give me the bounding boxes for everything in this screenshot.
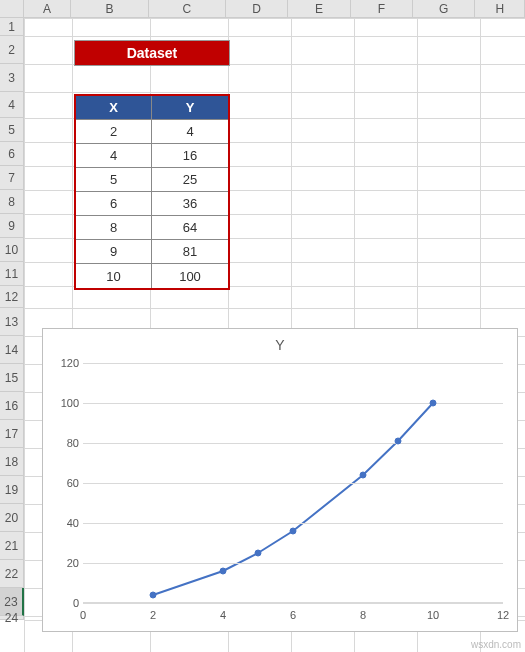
row-header[interactable]: 5 [0, 118, 24, 142]
table-row: 6 36 [76, 192, 228, 216]
row-header[interactable]: 12 [0, 286, 24, 308]
dataset-banner: Dataset [74, 40, 230, 66]
table-cell-x[interactable]: 2 [76, 120, 152, 144]
chart-marker [255, 550, 262, 557]
column-header-row: ABCDEFGH [0, 0, 525, 18]
row-header[interactable]: 18 [0, 448, 24, 476]
table-cell-y[interactable]: 36 [152, 192, 228, 216]
column-header[interactable]: H [475, 0, 525, 17]
table-header-y: Y [152, 96, 228, 120]
table-cell-x[interactable]: 5 [76, 168, 152, 192]
row-header[interactable]: 6 [0, 142, 24, 166]
row-header[interactable]: 24 [0, 616, 24, 620]
chart-marker [220, 568, 227, 575]
chart-x-tick: 6 [290, 609, 296, 621]
row-header[interactable]: 8 [0, 190, 24, 214]
row-header[interactable]: 22 [0, 560, 24, 588]
table-header-x: X [76, 96, 152, 120]
column-header[interactable]: F [351, 0, 413, 17]
chart-marker [360, 472, 367, 479]
row-header[interactable]: 11 [0, 262, 24, 286]
chart[interactable]: Y 020406080100120024681012 [42, 328, 518, 632]
row-header[interactable]: 17 [0, 420, 24, 448]
row-header[interactable]: 19 [0, 476, 24, 504]
table-cell-y[interactable]: 81 [152, 240, 228, 264]
chart-marker [290, 528, 297, 535]
table-cell-y[interactable]: 100 [152, 264, 228, 288]
chart-marker [395, 438, 402, 445]
row-header[interactable]: 16 [0, 392, 24, 420]
row-header[interactable]: 14 [0, 336, 24, 364]
table-cell-x[interactable]: 9 [76, 240, 152, 264]
table-cell-x[interactable]: 6 [76, 192, 152, 216]
row-header[interactable]: 13 [0, 308, 24, 336]
chart-plot-area: 020406080100120024681012 [83, 363, 503, 603]
row-header[interactable]: 9 [0, 214, 24, 238]
chart-y-tick: 0 [49, 597, 79, 609]
table-cell-y[interactable]: 64 [152, 216, 228, 240]
table-cell-y[interactable]: 4 [152, 120, 228, 144]
row-header[interactable]: 1 [0, 18, 24, 36]
dataset-banner-label: Dataset [127, 45, 178, 61]
cell-grid[interactable]: Dataset X Y 2 4 4 16 5 25 [24, 18, 525, 652]
row-header[interactable]: 21 [0, 532, 24, 560]
row-header[interactable]: 2 [0, 36, 24, 64]
chart-y-tick: 120 [49, 357, 79, 369]
chart-y-tick: 20 [49, 557, 79, 569]
chart-x-tick: 10 [427, 609, 439, 621]
chart-y-tick: 100 [49, 397, 79, 409]
row-header[interactable]: 20 [0, 504, 24, 532]
table-row: 10 100 [76, 264, 228, 288]
table-cell-y[interactable]: 25 [152, 168, 228, 192]
watermark: wsxdn.com [471, 639, 521, 650]
table-cell-y[interactable]: 16 [152, 144, 228, 168]
table-cell-x[interactable]: 8 [76, 216, 152, 240]
chart-title: Y [43, 329, 517, 357]
column-header[interactable]: A [24, 0, 72, 17]
column-header[interactable]: D [226, 0, 288, 17]
chart-marker [150, 592, 157, 599]
chart-y-tick: 80 [49, 437, 79, 449]
chart-x-tick: 12 [497, 609, 509, 621]
data-table: X Y 2 4 4 16 5 25 6 36 [74, 94, 230, 290]
table-header-row: X Y [76, 96, 228, 120]
column-header[interactable]: B [71, 0, 148, 17]
column-header[interactable]: G [413, 0, 475, 17]
chart-x-tick: 4 [220, 609, 226, 621]
row-header[interactable]: 7 [0, 166, 24, 190]
table-row: 2 4 [76, 120, 228, 144]
column-header[interactable]: C [149, 0, 226, 17]
chart-marker [430, 400, 437, 407]
table-cell-x[interactable]: 10 [76, 264, 152, 288]
table-row: 4 16 [76, 144, 228, 168]
select-all-corner[interactable] [0, 0, 24, 17]
row-header[interactable]: 4 [0, 92, 24, 118]
chart-y-tick: 40 [49, 517, 79, 529]
table-row: 8 64 [76, 216, 228, 240]
chart-y-tick: 60 [49, 477, 79, 489]
row-header[interactable]: 10 [0, 238, 24, 262]
table-cell-x[interactable]: 4 [76, 144, 152, 168]
spreadsheet: ABCDEFGH 1234567891011121314151617181920… [0, 0, 525, 652]
row-header[interactable]: 15 [0, 364, 24, 392]
chart-x-tick: 8 [360, 609, 366, 621]
chart-x-tick: 0 [80, 609, 86, 621]
row-header-strip: 123456789101112131415161718192021222324 [0, 18, 24, 652]
row-header[interactable]: 3 [0, 64, 24, 92]
table-row: 5 25 [76, 168, 228, 192]
table-row: 9 81 [76, 240, 228, 264]
column-header[interactable]: E [288, 0, 350, 17]
chart-x-tick: 2 [150, 609, 156, 621]
